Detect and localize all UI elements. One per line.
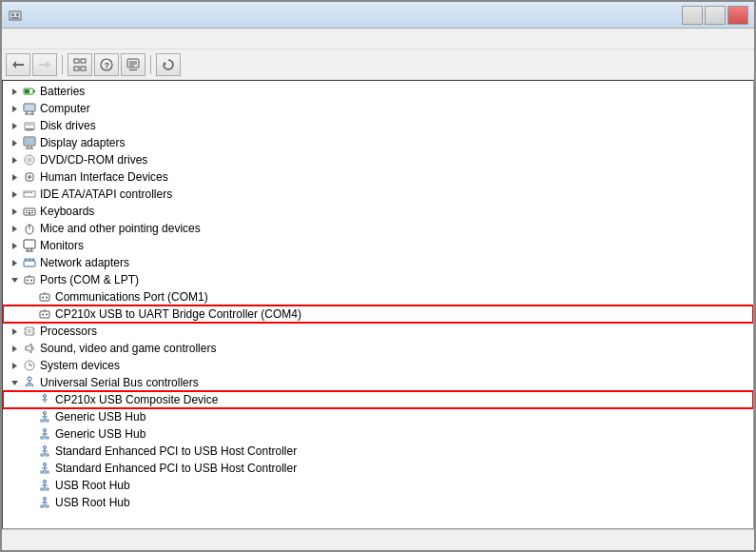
tree-item[interactable]: Disk drives <box>3 117 753 134</box>
device-icon <box>22 187 37 202</box>
menu-file[interactable] <box>6 37 21 41</box>
properties-button[interactable] <box>121 53 145 76</box>
svg-rect-33 <box>25 123 34 126</box>
device-label: Batteries <box>40 85 85 98</box>
svg-rect-139 <box>46 505 48 507</box>
device-tree[interactable]: BatteriesComputerDisk drivesDisplay adap… <box>2 80 754 529</box>
svg-rect-134 <box>46 488 48 490</box>
tree-item[interactable]: Monitors <box>3 237 753 254</box>
tree-expand-icon[interactable] <box>7 358 22 373</box>
svg-rect-54 <box>26 210 28 211</box>
device-icon <box>22 84 37 99</box>
tree-item[interactable]: Display adapters <box>3 134 753 151</box>
tree-expand-icon[interactable] <box>7 118 22 133</box>
tree-item[interactable]: Communications Port (COM1) <box>3 288 753 306</box>
title-bar <box>2 2 754 29</box>
tree-item[interactable]: USB Root Hub <box>3 494 753 511</box>
tree-item[interactable]: Keyboards <box>3 203 753 220</box>
tree-item[interactable]: Mice and other pointing devices <box>3 220 753 237</box>
tree-item[interactable]: Generic USB Hub <box>3 425 753 443</box>
maximize-button[interactable] <box>705 6 726 25</box>
tree-item[interactable]: Processors <box>3 323 753 340</box>
device-icon <box>22 101 37 116</box>
refresh-button[interactable] <box>156 53 181 76</box>
tree-item[interactable]: Network adapters <box>3 254 753 271</box>
tree-item[interactable]: System devices <box>3 357 753 374</box>
svg-point-81 <box>42 297 44 299</box>
tree-item[interactable]: IDE ATA/ATAPI controllers <box>3 186 753 203</box>
svg-marker-20 <box>12 89 17 95</box>
svg-rect-7 <box>39 64 47 66</box>
close-button[interactable] <box>727 6 748 25</box>
tree-item[interactable]: Universal Serial Bus controllers <box>3 374 753 391</box>
tree-expand-icon[interactable] <box>22 478 37 493</box>
tree-expand-icon[interactable] <box>7 204 22 219</box>
tree-expand-icon[interactable] <box>7 135 22 150</box>
svg-rect-76 <box>25 277 34 284</box>
svg-point-105 <box>26 384 28 386</box>
menu-action[interactable] <box>21 37 36 41</box>
svg-rect-8 <box>74 59 79 63</box>
tree-expand-icon[interactable] <box>22 444 37 459</box>
tree-expand-icon[interactable] <box>22 409 37 424</box>
menu-bar <box>2 29 754 49</box>
menu-help[interactable] <box>51 37 67 41</box>
minimize-button[interactable] <box>682 6 703 25</box>
svg-point-135 <box>44 498 47 501</box>
back-button[interactable] <box>6 53 30 76</box>
forward-button[interactable] <box>32 53 57 76</box>
tree-expand-icon[interactable] <box>22 306 37 322</box>
tree-item[interactable]: Generic USB Hub <box>3 408 753 425</box>
tree-expand-icon[interactable] <box>22 426 37 442</box>
device-icon <box>37 392 52 407</box>
tree-expand-icon[interactable] <box>22 392 37 407</box>
device-icon <box>37 426 52 442</box>
device-label: USB Root Hub <box>55 479 130 492</box>
tree-item[interactable]: Ports (COM & LPT) <box>3 271 753 288</box>
tree-item[interactable]: Standard Enhanced PCI to USB Host Contro… <box>3 460 753 477</box>
device-label: Disk drives <box>40 119 96 132</box>
tree-item[interactable]: Sound, video and game controllers <box>3 340 753 357</box>
svg-rect-55 <box>29 210 30 211</box>
tree-expand-icon[interactable] <box>22 289 37 305</box>
tree-expand-icon[interactable] <box>7 101 22 116</box>
tree-expand-icon[interactable] <box>7 221 22 236</box>
device-label: Sound, video and game controllers <box>40 342 216 355</box>
svg-rect-56 <box>31 210 33 211</box>
device-icon <box>37 306 52 322</box>
tree-expand-icon[interactable] <box>22 461 37 476</box>
svg-rect-1 <box>11 13 14 16</box>
svg-marker-44 <box>12 174 17 181</box>
tree-item[interactable]: Computer <box>3 100 753 117</box>
svg-marker-52 <box>12 208 17 215</box>
device-icon <box>22 221 37 236</box>
tree-expand-icon[interactable] <box>7 255 22 270</box>
tree-item[interactable]: Human Interface Devices <box>3 168 753 186</box>
help-button[interactable]: ? <box>94 53 119 76</box>
tree-expand-icon[interactable] <box>7 84 22 99</box>
tree-expand-icon[interactable] <box>7 272 22 287</box>
tree-item[interactable]: CP210x USB to UART Bridge Controller (CO… <box>3 306 753 323</box>
tree-expand-icon[interactable] <box>7 341 22 356</box>
device-label: Human Interface Devices <box>40 170 168 184</box>
svg-marker-40 <box>12 157 17 164</box>
tree-item[interactable]: CP210x USB Composite Device <box>3 391 753 408</box>
tree-expand-icon[interactable] <box>7 187 22 202</box>
svg-point-82 <box>46 297 48 299</box>
window-icon <box>8 8 23 23</box>
svg-marker-97 <box>12 363 17 369</box>
tree-expand-icon[interactable] <box>7 169 22 185</box>
tree-button[interactable] <box>68 53 92 76</box>
tree-item[interactable]: DVD/CD-ROM drives <box>3 151 753 168</box>
tree-item[interactable]: Batteries <box>3 83 753 100</box>
tree-expand-icon[interactable] <box>7 375 22 390</box>
tree-expand-icon[interactable] <box>22 495 37 510</box>
tree-item[interactable]: Standard Enhanced PCI to USB Host Contro… <box>3 443 753 460</box>
tree-item[interactable]: USB Root Hub <box>3 477 753 494</box>
toolbar: ? <box>2 49 754 80</box>
tree-expand-icon[interactable] <box>7 238 22 253</box>
tree-expand-icon[interactable] <box>7 152 22 168</box>
device-label: Generic USB Hub <box>55 427 145 441</box>
tree-expand-icon[interactable] <box>7 324 22 339</box>
menu-view[interactable] <box>36 37 51 41</box>
